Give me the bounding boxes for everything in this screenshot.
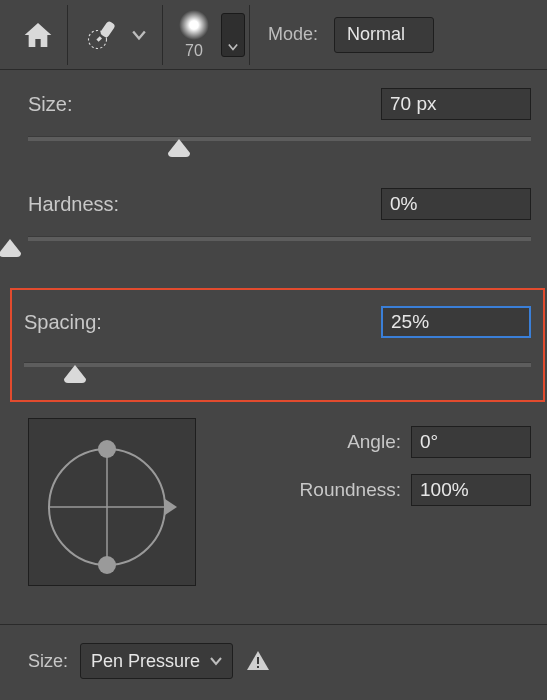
svg-point-7 [98,440,116,458]
size-input[interactable] [381,88,531,120]
size-slider[interactable] [28,130,531,160]
brush-cursor-icon [82,15,122,55]
spacing-label: Spacing: [24,311,102,334]
size-label: Size: [28,93,72,116]
chevron-down-icon [228,42,238,52]
mode-value: Normal [347,24,405,45]
roundness-row: Roundness: [220,474,531,506]
svg-rect-9 [257,657,259,664]
angle-controls: Angle: Roundness: [220,418,531,586]
hardness-input[interactable] [381,188,531,220]
slider-thumb[interactable] [64,365,86,383]
spacing-input[interactable] [381,306,531,338]
size-row: Size: [28,88,531,120]
angle-roundness-section: Angle: Roundness: [28,418,531,586]
spacing-slider[interactable] [24,356,531,386]
slider-track [28,136,531,141]
hardness-slider[interactable] [10,230,531,260]
chevron-down-icon [132,28,146,42]
hardness-label: Hardness: [28,193,119,216]
brush-preview-size: 70 [185,42,203,60]
svg-marker-2 [96,36,102,42]
brush-angle-widget[interactable] [28,418,196,586]
svg-point-8 [98,556,116,574]
slider-thumb[interactable] [0,239,21,257]
brush-tip-group [82,5,163,65]
mode-select[interactable]: Normal [334,17,434,53]
angle-input[interactable] [411,426,531,458]
brush-tip-preview [179,10,209,40]
chevron-down-icon [210,655,222,667]
svg-rect-1 [99,20,115,38]
size-control-value: Pen Pressure [91,651,200,672]
brush-preview-group: 70 [171,5,250,65]
spacing-highlight: Spacing: [10,288,545,402]
roundness-label: Roundness: [300,479,401,501]
hardness-row: Hardness: [28,188,531,220]
spacing-row: Spacing: [24,306,531,338]
brush-dropdown-toggle[interactable] [128,24,150,46]
slider-track [28,236,531,241]
toolbar: 70 Mode: Normal [0,0,547,70]
angle-row: Angle: [220,426,531,458]
slider-track [24,362,531,367]
svg-marker-6 [165,499,177,515]
roundness-input[interactable] [411,474,531,506]
home-icon [22,19,54,51]
mode-label: Mode: [268,24,318,45]
warning-icon [245,648,271,674]
home-button[interactable] [8,5,68,65]
size-control-dropdown[interactable]: Pen Pressure [80,643,233,679]
brush-settings-panel: Size: Hardness: Spacing: [0,70,547,596]
dynamics-bar: Size: Pen Pressure [0,624,547,679]
brush-preview-button[interactable]: 70 [171,5,217,65]
dynamics-size-label: Size: [28,651,68,672]
angle-label: Angle: [347,431,401,453]
slider-thumb[interactable] [168,139,190,157]
brush-preset-dropdown[interactable] [221,13,245,57]
svg-rect-10 [257,666,259,668]
